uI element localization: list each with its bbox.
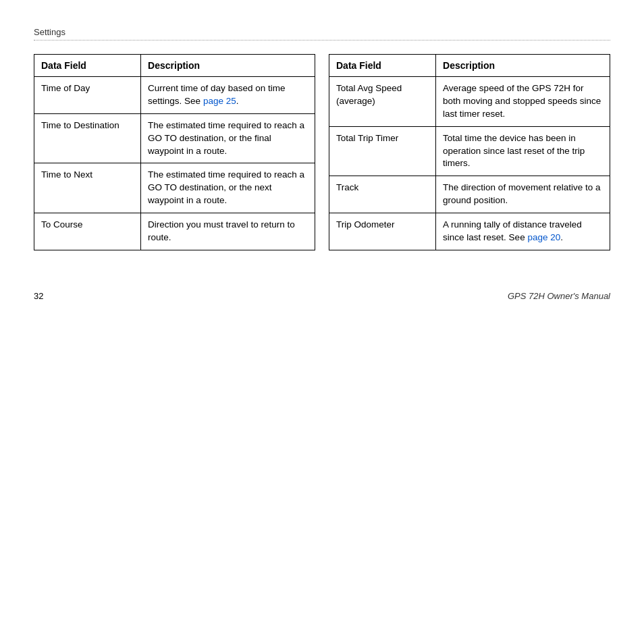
right-field-1: Total Trip Timer <box>329 126 436 176</box>
left-table-wrapper: Data Field Description Time of DayCurren… <box>34 54 315 250</box>
right-link-3[interactable]: page 20 <box>527 232 560 242</box>
table-row: To CourseDirection you must travel to re… <box>34 213 315 250</box>
page-header: Settings <box>34 27 610 41</box>
table-row: Time to NextThe estimated time required … <box>34 163 315 213</box>
tables-container: Data Field Description Time of DayCurren… <box>34 54 610 250</box>
left-field-0: Time of Day <box>34 77 141 114</box>
right-desc-2: The direction of movement relative to a … <box>436 176 610 213</box>
left-col2-header: Description <box>141 55 315 77</box>
left-col1-header: Data Field <box>34 55 141 77</box>
left-desc-1: The estimated time required to reach a G… <box>141 113 315 163</box>
right-table: Data Field Description Total Avg Speed (… <box>329 54 610 250</box>
table-row: Total Avg Speed (average)Average speed o… <box>329 77 610 127</box>
page-footer: 32 GPS 72H Owner's Manual <box>34 291 610 301</box>
right-field-0: Total Avg Speed (average) <box>329 77 436 127</box>
table-row: Time to DestinationThe estimated time re… <box>34 113 315 163</box>
page-number: 32 <box>34 291 43 301</box>
right-col2-header: Description <box>436 55 610 77</box>
left-link-0[interactable]: page 25 <box>203 96 236 106</box>
right-field-3: Trip Odometer <box>329 213 436 250</box>
left-desc-0: Current time of day based on time settin… <box>141 77 315 114</box>
left-desc-2: The estimated time required to reach a G… <box>141 163 315 213</box>
right-col1-header: Data Field <box>329 55 436 77</box>
left-field-2: Time to Next <box>34 163 141 213</box>
table-row: Time of DayCurrent time of day based on … <box>34 77 315 114</box>
manual-title: GPS 72H Owner's Manual <box>508 291 610 301</box>
table-row: TrackThe direction of movement relative … <box>329 176 610 213</box>
left-table: Data Field Description Time of DayCurren… <box>34 54 315 250</box>
right-desc-3: A running tally of distance traveled sin… <box>436 213 610 250</box>
right-desc-1: Total time the device has been in operat… <box>436 126 610 176</box>
table-row: Total Trip TimerTotal time the device ha… <box>329 126 610 176</box>
header-title: Settings <box>34 27 65 37</box>
right-field-2: Track <box>329 176 436 213</box>
left-field-1: Time to Destination <box>34 113 141 163</box>
left-field-3: To Course <box>34 213 141 250</box>
right-desc-0: Average speed of the GPS 72H for both mo… <box>436 77 610 127</box>
right-table-wrapper: Data Field Description Total Avg Speed (… <box>329 54 610 250</box>
left-desc-3: Direction you must travel to return to r… <box>141 213 315 250</box>
table-row: Trip OdometerA running tally of distance… <box>329 213 610 250</box>
